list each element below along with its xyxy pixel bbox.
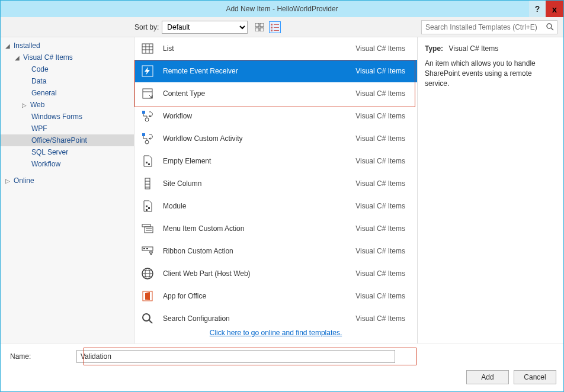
sort-by-select[interactable]: Default bbox=[162, 21, 248, 34]
svg-rect-24 bbox=[142, 133, 145, 136]
svg-rect-34 bbox=[148, 207, 150, 209]
tree-leaf-wpf[interactable]: WPF bbox=[1, 123, 134, 134]
cancel-button[interactable]: Cancel bbox=[514, 370, 556, 384]
svg-point-51 bbox=[143, 314, 150, 321]
list-icon bbox=[140, 41, 155, 56]
template-item[interactable]: ListVisual C# Items bbox=[134, 37, 417, 60]
workflow-icon bbox=[140, 131, 155, 146]
tree-leaf-label: Web bbox=[30, 101, 44, 109]
add-button[interactable]: Add bbox=[466, 370, 509, 384]
template-item-category: Visual C# Items bbox=[355, 179, 405, 188]
template-item[interactable]: Ribbon Custom ActionVisual C# Items bbox=[134, 240, 417, 262]
description-text: An item which allows you to handle Share… bbox=[425, 59, 556, 88]
svg-rect-8 bbox=[271, 30, 273, 31]
tree-leaf-label: SQL Server bbox=[31, 148, 68, 156]
bolt-icon bbox=[140, 64, 155, 78]
dialog-buttons: Add Cancel bbox=[8, 370, 556, 384]
view-buttons bbox=[254, 21, 281, 33]
template-item-label: Workflow bbox=[163, 112, 355, 120]
template-item[interactable]: ModuleVisual C# Items bbox=[134, 195, 417, 217]
tree-leaf-data[interactable]: Data bbox=[1, 75, 134, 87]
tree-leaf-windows-forms[interactable]: Windows Forms bbox=[1, 111, 134, 123]
template-item[interactable]: Site ColumnVisual C# Items bbox=[134, 172, 417, 195]
menu-icon bbox=[140, 221, 155, 236]
template-item[interactable]: Remote Event ReceiverVisual C# Items bbox=[134, 60, 417, 82]
empty-icon bbox=[140, 154, 155, 168]
template-list[interactable]: ListVisual C# ItemsRemote Event Receiver… bbox=[134, 37, 417, 323]
template-item[interactable]: WorkflowVisual C# Items bbox=[134, 105, 417, 127]
svg-rect-5 bbox=[274, 24, 279, 25]
template-item[interactable]: Search ConfigurationVisual C# Items bbox=[134, 307, 417, 323]
tree-leaf-label: WPF bbox=[31, 124, 47, 133]
svg-rect-4 bbox=[271, 24, 273, 25]
template-item[interactable]: Workflow Custom ActivityVisual C# Items bbox=[134, 127, 417, 150]
svg-marker-18 bbox=[145, 67, 150, 75]
svg-rect-12 bbox=[142, 44, 153, 53]
template-item-category: Visual C# Items bbox=[355, 247, 405, 255]
svg-rect-2 bbox=[255, 28, 259, 31]
category-tree[interactable]: ◢ Installed ◢ Visual C# Items CodeDataGe… bbox=[1, 37, 134, 343]
window-buttons: ? x bbox=[529, 1, 563, 17]
column-icon bbox=[140, 176, 155, 191]
online-templates-link[interactable]: Click here to go online and find templat… bbox=[210, 329, 342, 337]
bottom-panel: Name: Add Cancel bbox=[1, 343, 563, 391]
template-item-label: Remote Event Receiver bbox=[163, 67, 355, 75]
template-item-label: Module bbox=[163, 202, 355, 210]
template-item[interactable]: Content TypeVisual C# Items bbox=[134, 82, 417, 105]
grid-view-button[interactable] bbox=[254, 21, 265, 33]
template-item-label: Content Type bbox=[163, 89, 355, 98]
close-button[interactable]: x bbox=[546, 1, 563, 17]
template-item-category: Visual C# Items bbox=[355, 67, 405, 75]
template-item-category: Visual C# Items bbox=[355, 292, 405, 300]
collapse-icon: ◢ bbox=[15, 54, 21, 61]
search-input[interactable] bbox=[421, 20, 557, 34]
name-input[interactable] bbox=[76, 350, 395, 363]
svg-rect-0 bbox=[255, 23, 259, 27]
template-item[interactable]: Client Web Part (Host Web)Visual C# Item… bbox=[134, 262, 417, 285]
tree-leaf-code[interactable]: Code bbox=[1, 63, 134, 75]
svg-line-52 bbox=[149, 320, 153, 323]
template-item-label: App for Office bbox=[163, 292, 355, 300]
template-item-category: Visual C# Items bbox=[355, 44, 405, 53]
ribbon-icon bbox=[140, 244, 155, 258]
help-button[interactable]: ? bbox=[529, 1, 546, 17]
svg-rect-3 bbox=[260, 28, 264, 31]
svg-rect-33 bbox=[146, 205, 148, 207]
tree-leaf-general[interactable]: General bbox=[1, 87, 134, 99]
template-item[interactable]: App for OfficeVisual C# Items bbox=[134, 285, 417, 307]
search-icon bbox=[140, 311, 155, 323]
template-item[interactable]: Empty ElementVisual C# Items bbox=[134, 150, 417, 172]
body: ◢ Installed ◢ Visual C# Items CodeDataGe… bbox=[1, 37, 563, 343]
office-icon bbox=[140, 289, 155, 303]
search-wrap bbox=[421, 20, 557, 34]
tree-leaf-web[interactable]: ▷Web bbox=[1, 99, 134, 111]
window-title: Add New Item - HelloWorldProvider bbox=[226, 5, 338, 13]
titlebar: Add New Item - HelloWorldProvider ? x bbox=[1, 1, 563, 17]
tree-csharp-items[interactable]: ◢ Visual C# Items bbox=[1, 52, 134, 63]
tree-leaf-office-sharepoint[interactable]: Office/SharePoint bbox=[1, 134, 134, 146]
module-icon bbox=[140, 199, 155, 213]
expand-icon: ▷ bbox=[5, 178, 11, 184]
template-item[interactable]: Menu Item Custom ActionVisual C# Items bbox=[134, 217, 417, 240]
template-item-category: Visual C# Items bbox=[355, 112, 405, 120]
tree-online[interactable]: ▷ Online bbox=[1, 175, 134, 187]
template-item-category: Visual C# Items bbox=[355, 134, 405, 143]
template-item-category: Visual C# Items bbox=[355, 89, 405, 98]
tree-leaf-workflow[interactable]: Workflow bbox=[1, 158, 134, 170]
tree-leaf-sql-server[interactable]: SQL Server bbox=[1, 146, 134, 158]
type-label: Type: bbox=[425, 44, 443, 53]
content-icon bbox=[140, 86, 155, 101]
template-item-label: List bbox=[163, 44, 355, 53]
tree-leaf-label: Code bbox=[31, 65, 49, 73]
globe-icon bbox=[140, 266, 155, 281]
tree-leaf-label: Office/SharePoint bbox=[31, 136, 87, 144]
tree-leaf-label: General bbox=[31, 89, 57, 97]
list-icon bbox=[271, 23, 279, 31]
template-item-category: Visual C# Items bbox=[355, 224, 405, 233]
svg-rect-28 bbox=[148, 163, 150, 165]
name-label: Name: bbox=[8, 352, 76, 361]
tree-installed[interactable]: ◢ Installed bbox=[1, 40, 134, 52]
list-view-button[interactable] bbox=[269, 21, 281, 33]
expand-icon: ▷ bbox=[22, 102, 28, 108]
template-item-category: Visual C# Items bbox=[355, 157, 405, 165]
